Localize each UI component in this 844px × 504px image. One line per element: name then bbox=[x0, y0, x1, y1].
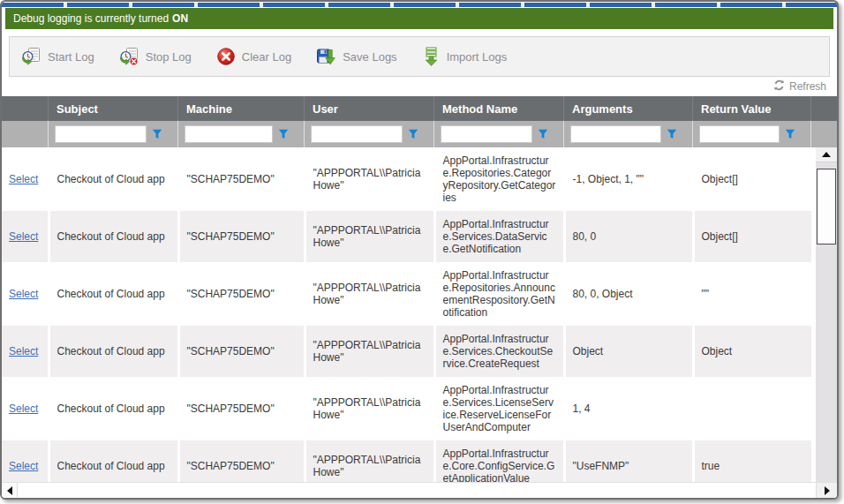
clear-log-icon bbox=[216, 47, 236, 66]
select-link[interactable]: Select bbox=[9, 460, 38, 472]
cell-subject: Checkout of Cloud app bbox=[49, 326, 178, 377]
dashed-focus-border bbox=[2, 3, 837, 7]
log-grid: Select Checkout of Cloud app "SCHAP75DEM… bbox=[2, 147, 837, 482]
filter-cell-empty bbox=[2, 121, 49, 147]
save-logs-icon bbox=[316, 47, 336, 66]
cell-machine: "SCHAP75DEMO" bbox=[178, 377, 305, 440]
horizontal-scrollbar-track[interactable] bbox=[18, 483, 816, 499]
cell-machine: "SCHAP75DEMO" bbox=[178, 262, 305, 326]
cell-method-name: AppPortal.Infrastructure.Services.Checko… bbox=[434, 326, 564, 377]
filter-row bbox=[2, 121, 837, 147]
filter-icon[interactable] bbox=[785, 129, 795, 139]
cell-arguments: "UseFNMP" bbox=[564, 440, 693, 482]
refresh-button[interactable]: Refresh bbox=[773, 79, 826, 94]
start-log-button[interactable]: Start Log bbox=[16, 43, 103, 70]
filter-icon[interactable] bbox=[408, 129, 418, 139]
cell-return-value: true bbox=[693, 440, 811, 482]
debug-log-window: Debug logging is currently turned ON Sta… bbox=[0, 0, 839, 500]
import-logs-button[interactable]: Import Logs bbox=[417, 43, 516, 70]
table-row: Select Checkout of Cloud app "SCHAP75DEM… bbox=[2, 326, 811, 377]
filter-input-return-value[interactable] bbox=[699, 125, 780, 143]
vertical-scrollbar-thumb[interactable] bbox=[817, 169, 836, 244]
filter-icon[interactable] bbox=[667, 129, 677, 139]
select-link[interactable]: Select bbox=[9, 345, 38, 357]
select-link[interactable]: Select bbox=[9, 288, 38, 300]
scroll-left-button[interactable] bbox=[2, 483, 18, 499]
log-table-body: Select Checkout of Cloud app "SCHAP75DEM… bbox=[2, 147, 811, 482]
header-return-value[interactable]: Return Value bbox=[693, 96, 811, 121]
header-select bbox=[2, 96, 49, 121]
cell-method-name: AppPortal.Infrastructure.Core.ConfigServ… bbox=[434, 440, 564, 482]
cell-arguments: 80, 0, Object bbox=[564, 262, 693, 326]
cell-subject: Checkout of Cloud app bbox=[49, 147, 178, 211]
save-logs-button[interactable]: Save Logs bbox=[311, 43, 405, 70]
import-logs-icon bbox=[422, 47, 441, 66]
save-logs-label: Save Logs bbox=[343, 50, 396, 64]
header-subject[interactable]: Subject bbox=[49, 96, 178, 121]
filter-input-subject[interactable] bbox=[55, 125, 147, 143]
cell-user: "APPPORTAL\\PatriciaHowe" bbox=[305, 211, 434, 262]
cell-method-name: AppPortal.Infrastructure.Repositories.An… bbox=[434, 262, 564, 326]
table-header-row: Subject Machine User Method Name Argumen… bbox=[2, 96, 837, 121]
table-row: Select Checkout of Cloud app "SCHAP75DEM… bbox=[2, 440, 811, 482]
header-machine[interactable]: Machine bbox=[178, 96, 305, 121]
filter-input-method-name[interactable] bbox=[441, 125, 532, 143]
log-toolbar: Start Log Stop Log bbox=[9, 36, 830, 77]
select-link[interactable]: Select bbox=[9, 230, 38, 243]
cell-arguments: 1, 4 bbox=[564, 377, 693, 440]
cell-user: "APPPORTAL\\PatriciaHowe" bbox=[305, 262, 434, 326]
clear-log-button[interactable]: Clear Log bbox=[211, 43, 300, 70]
table-row: Select Checkout of Cloud app "SCHAP75DEM… bbox=[2, 147, 811, 211]
table-row: Select Checkout of Cloud app "SCHAP75DEM… bbox=[2, 262, 811, 326]
cell-return-value: Object bbox=[693, 326, 811, 377]
start-log-label: Start Log bbox=[48, 50, 94, 64]
cell-machine: "SCHAP75DEMO" bbox=[178, 147, 305, 211]
cell-subject: Checkout of Cloud app bbox=[49, 440, 178, 482]
start-log-icon bbox=[21, 47, 41, 66]
cell-subject: Checkout of Cloud app bbox=[49, 377, 178, 440]
stop-log-icon bbox=[119, 47, 139, 66]
header-method-name[interactable]: Method Name bbox=[434, 96, 564, 121]
refresh-icon bbox=[773, 79, 785, 94]
table-row: Select Checkout of Cloud app "SCHAP75DEM… bbox=[2, 211, 811, 262]
filter-filler bbox=[811, 121, 837, 147]
filter-icon[interactable] bbox=[152, 129, 162, 139]
header-filler bbox=[811, 96, 837, 121]
cell-machine: "SCHAP75DEMO" bbox=[178, 326, 305, 377]
cell-arguments: -1, Object, 1, "" bbox=[564, 147, 693, 211]
right-arrow-icon bbox=[825, 486, 830, 495]
filter-icon[interactable] bbox=[538, 129, 548, 139]
filter-input-machine[interactable] bbox=[185, 125, 273, 143]
cell-return-value: Object[] bbox=[693, 147, 811, 211]
filter-icon[interactable] bbox=[278, 129, 289, 139]
header-user[interactable]: User bbox=[305, 96, 434, 121]
cell-user: "APPPORTAL\\PatriciaHowe" bbox=[305, 440, 434, 482]
header-arguments[interactable]: Arguments bbox=[564, 96, 693, 121]
cell-user: "APPPORTAL\\PatriciaHowe" bbox=[305, 377, 434, 440]
up-arrow-icon bbox=[822, 152, 831, 157]
select-link[interactable]: Select bbox=[9, 173, 38, 185]
cell-subject: Checkout of Cloud app bbox=[49, 262, 178, 326]
clear-log-label: Clear Log bbox=[242, 50, 291, 64]
scroll-right-button[interactable] bbox=[816, 483, 837, 499]
cell-user: "APPPORTAL\\PatriciaHowe" bbox=[305, 147, 434, 211]
import-logs-label: Import Logs bbox=[447, 50, 508, 64]
debug-status-banner: Debug logging is currently turned ON bbox=[5, 8, 833, 29]
banner-text: Debug logging is currently turned bbox=[13, 12, 169, 25]
cell-machine: "SCHAP75DEMO" bbox=[178, 211, 305, 262]
cell-method-name: AppPortal.Infrastructure.Repositories.Ca… bbox=[434, 147, 564, 211]
stop-log-button[interactable]: Stop Log bbox=[114, 43, 200, 70]
cell-arguments: 80, 0 bbox=[564, 211, 693, 262]
filter-input-user[interactable] bbox=[311, 125, 403, 143]
select-link[interactable]: Select bbox=[9, 402, 38, 415]
vertical-scrollbar[interactable] bbox=[816, 147, 837, 482]
cell-arguments: Object bbox=[564, 326, 693, 377]
cell-method-name: AppPortal.Infrastructure.Services.Licens… bbox=[434, 377, 564, 440]
filter-input-arguments[interactable] bbox=[570, 125, 661, 143]
cell-user: "APPPORTAL\\PatriciaHowe" bbox=[305, 326, 434, 377]
cell-subject: Checkout of Cloud app bbox=[49, 211, 178, 262]
scroll-up-button[interactable] bbox=[816, 147, 837, 162]
horizontal-scrollbar[interactable] bbox=[2, 482, 837, 499]
refresh-row: Refresh bbox=[2, 77, 837, 96]
cell-return-value bbox=[693, 377, 811, 440]
